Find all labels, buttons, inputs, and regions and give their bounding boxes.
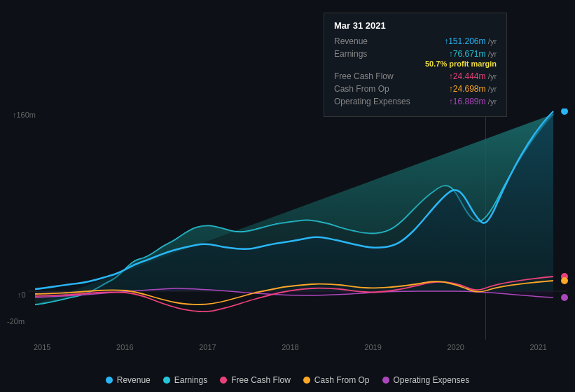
legend-earnings[interactable]: Earnings [163,375,207,385]
tooltip-fcf-value: ↑24.444m /yr [449,71,497,81]
tooltip-earnings-row: Earnings ↑76.671m /yr 50.7% profit margi… [334,49,497,69]
legend-revenue[interactable]: Revenue [106,375,151,385]
legend-label-opex: Operating Expenses [394,375,470,385]
tooltip-earnings-value: ↑76.671m /yr 50.7% profit margin [425,49,497,69]
svg-point-3 [561,277,568,284]
tooltip-cashop-label: Cash From Op [334,84,411,94]
tooltip-fcf-label: Free Cash Flow [334,71,411,81]
legend-fcf[interactable]: Free Cash Flow [220,375,291,385]
chart-container: Mar 31 2021 Revenue ↑151.206m /yr Earnin… [0,0,575,392]
x-label-2018: 2018 [282,343,298,351]
tooltip-revenue-value: ↑151.206m /yr [444,36,497,46]
tooltip-fcf-row: Free Cash Flow ↑24.444m /yr [334,71,497,81]
x-label-2019: 2019 [364,343,381,351]
legend-label-earnings: Earnings [174,375,207,385]
tooltip-opex-label: Operating Expenses [334,97,411,106]
tooltip-earnings-label: Earnings [334,49,411,59]
svg-point-4 [561,294,568,301]
x-label-2017: 2017 [199,343,216,351]
svg-point-1 [561,108,568,115]
chart-legend: Revenue Earnings Free Cash Flow Cash Fro… [0,375,575,385]
tooltip-cashop-row: Cash From Op ↑24.698m /yr [334,84,497,94]
x-label-2016: 2016 [116,343,133,351]
tooltip-cashop-value: ↑24.698m /yr [449,84,497,94]
legend-dot-cashop [303,377,310,384]
x-label-2020: 2020 [447,343,464,351]
x-label-2021: 2021 [529,343,546,351]
tooltip-revenue-label: Revenue [334,36,411,46]
legend-dot-revenue [106,377,113,384]
tooltip-opex-row: Operating Expenses ↑16.889m /yr [334,97,497,106]
tooltip-revenue-row: Revenue ↑151.206m /yr [334,36,497,46]
x-label-2015: 2015 [34,343,50,351]
legend-label-fcf: Free Cash Flow [231,375,291,385]
legend-dot-earnings [163,377,170,384]
tooltip-box: Mar 31 2021 Revenue ↑151.206m /yr Earnin… [324,13,507,117]
legend-dot-opex [382,377,389,384]
legend-dot-fcf [220,377,227,384]
x-axis-labels: 2015 2016 2017 2018 2019 2020 2021 [0,343,575,351]
legend-cashop[interactable]: Cash From Op [303,375,370,385]
legend-label-cashop: Cash From Op [314,375,370,385]
legend-opex[interactable]: Operating Expenses [382,375,470,385]
tooltip-opex-value: ↑16.889m /yr [449,97,497,106]
tooltip-date: Mar 31 2021 [334,20,497,31]
legend-label-revenue: Revenue [117,375,151,385]
main-chart-svg [0,108,575,340]
